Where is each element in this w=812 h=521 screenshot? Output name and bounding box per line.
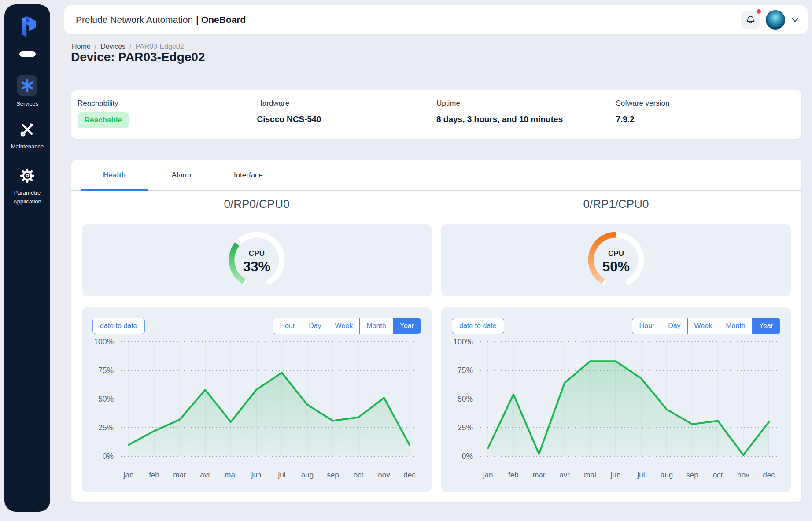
sidebar-item-services[interactable]: Services	[9, 75, 46, 108]
chart-controls: date to date Hour Day Week Month Year	[92, 317, 421, 335]
svg-text:25%: 25%	[458, 423, 473, 432]
info-label: Sofware version	[616, 99, 796, 108]
info-label: Reachability	[78, 99, 257, 108]
svg-text:jan: jan	[123, 471, 134, 479]
cpu-usage-chart-rp1: 100%75%50%25%0%janfebmaravrmaijunjulaugs…	[452, 336, 780, 486]
info-field-software-version: Sofware version 7.9.2	[616, 99, 796, 139]
range-day-button[interactable]: Day	[661, 318, 687, 334]
sidebar: Services Maintenance	[4, 4, 50, 512]
tools-icon	[17, 121, 37, 138]
tab-alarm[interactable]: Alarm	[148, 160, 215, 190]
range-day-button[interactable]: Day	[302, 318, 328, 334]
svg-text:mai: mai	[584, 471, 596, 479]
range-year-button[interactable]: Year	[752, 318, 780, 334]
svg-text:50%: 50%	[98, 395, 114, 403]
chevron-down-icon[interactable]	[791, 18, 799, 22]
svg-text:mar: mar	[532, 471, 546, 479]
info-value: 7.9.2	[616, 115, 796, 124]
topbar: Prelude Network Automation| OneBoard	[64, 5, 808, 34]
svg-text:50%: 50%	[458, 395, 473, 403]
svg-text:75%: 75%	[458, 366, 473, 375]
svg-text:dec: dec	[763, 471, 775, 479]
breadcrumb: Home / Devices / PAR03-Edge02	[72, 43, 184, 51]
svg-text:aug: aug	[301, 471, 314, 479]
svg-text:oct: oct	[354, 471, 364, 479]
bell-icon	[746, 15, 755, 26]
module-title-rp1: 0/RP1/CPU0	[441, 195, 791, 213]
svg-text:feb: feb	[508, 471, 519, 479]
tab-health[interactable]: Health	[81, 160, 148, 190]
range-selector: Hour Day Week Month Year	[632, 318, 780, 334]
health-panel-card: Health Alarm Interface 0/RP0/CPU0 0/RP1/…	[71, 160, 801, 502]
notification-dot	[757, 9, 761, 14]
cpu-usage-chart-rp0: 100%75%50%25%0%janfebmaravrmaijunjulaugs…	[92, 336, 421, 486]
sidebar-item-label: Paramètre Application	[9, 188, 46, 206]
svg-text:mar: mar	[173, 471, 186, 479]
svg-text:oct: oct	[713, 471, 723, 479]
breadcrumb-separator: /	[129, 43, 131, 51]
info-field-hardware: Hardware Ciscco NCS-540	[257, 99, 437, 139]
page-title: Device: PAR03-Edge02	[71, 50, 205, 64]
cpu-gauge-card-rp1: CPU 50%	[441, 224, 791, 296]
svg-text:sep: sep	[686, 471, 698, 479]
cpu-gauge-rp0	[224, 228, 290, 294]
device-info-card: Reachability Reachable Hardware Ciscco N…	[71, 90, 801, 139]
info-label: Hardware	[257, 99, 437, 108]
range-year-button[interactable]: Year	[393, 318, 421, 334]
tab-bar: Health Alarm Interface	[71, 160, 801, 191]
info-value: 8 days, 3 hours, and 10 minutes	[436, 115, 616, 124]
breadcrumb-devices[interactable]: Devices	[100, 43, 125, 51]
svg-text:jan: jan	[483, 471, 493, 479]
chart-controls: date to date Hour Day Week Month Year	[452, 317, 780, 335]
svg-text:jun: jun	[610, 471, 621, 479]
cpu-gauge-rp1	[583, 228, 649, 294]
date-to-date-button[interactable]: date to date	[92, 318, 145, 334]
svg-text:avr: avr	[200, 471, 210, 479]
sidebar-item-maintenance[interactable]: Maintenance	[9, 121, 46, 151]
svg-text:nov: nov	[378, 471, 390, 479]
range-hour-button[interactable]: Hour	[632, 318, 661, 334]
prelude-logo[interactable]	[15, 14, 39, 40]
svg-text:jun: jun	[251, 471, 262, 479]
range-selector: Hour Day Week Month Year	[273, 318, 421, 334]
tab-interface[interactable]: Interface	[215, 160, 282, 190]
cpu-gauge-card-rp0: CPU 33%	[82, 224, 432, 296]
sidebar-item-label: Services	[9, 100, 46, 108]
svg-text:0%: 0%	[462, 452, 473, 461]
app-title-regular: Prelude Network Automation	[76, 15, 193, 25]
svg-text:sep: sep	[327, 471, 339, 479]
range-week-button[interactable]: Week	[687, 318, 719, 334]
svg-text:nov: nov	[737, 471, 749, 479]
range-week-button[interactable]: Week	[328, 318, 360, 334]
app-title-bold: | OneBoard	[196, 15, 246, 25]
app-title: Prelude Network Automation| OneBoard	[76, 15, 246, 25]
avatar[interactable]	[766, 10, 785, 30]
svg-text:0%: 0%	[103, 452, 114, 461]
svg-text:25%: 25%	[98, 423, 114, 432]
range-hour-button[interactable]: Hour	[273, 318, 302, 334]
notifications-button[interactable]	[741, 11, 760, 29]
cpu-chart-card-rp0: date to date Hour Day Week Month Year 10…	[82, 307, 432, 492]
info-value: Ciscco NCS-540	[257, 115, 437, 124]
breadcrumb-separator: /	[95, 43, 96, 51]
range-month-button[interactable]: Month	[719, 318, 752, 334]
asterisk-icon	[17, 75, 37, 96]
module-title-rp0: 0/RP0/CPU0	[82, 195, 432, 213]
breadcrumb-home[interactable]: Home	[72, 43, 91, 51]
svg-text:avr: avr	[559, 471, 570, 479]
topbar-actions	[741, 5, 799, 34]
svg-text:feb: feb	[149, 471, 159, 479]
sidebar-item-parametre-application[interactable]: Paramètre Application	[9, 167, 46, 206]
info-label: Uptime	[436, 99, 616, 108]
info-field-reachability: Reachability Reachable	[78, 99, 257, 139]
svg-text:jul: jul	[277, 471, 285, 479]
range-month-button[interactable]: Month	[359, 318, 392, 334]
gear-icon	[17, 167, 37, 185]
cpu-chart-card-rp1: date to date Hour Day Week Month Year 10…	[441, 307, 791, 492]
breadcrumb-current: PAR03-Edge02	[136, 43, 184, 51]
svg-text:dec: dec	[403, 471, 416, 479]
sidebar-collapse-button[interactable]	[19, 51, 36, 57]
svg-text:100%: 100%	[453, 337, 473, 346]
svg-text:mai: mai	[225, 471, 236, 479]
date-to-date-button[interactable]: date to date	[452, 318, 504, 334]
